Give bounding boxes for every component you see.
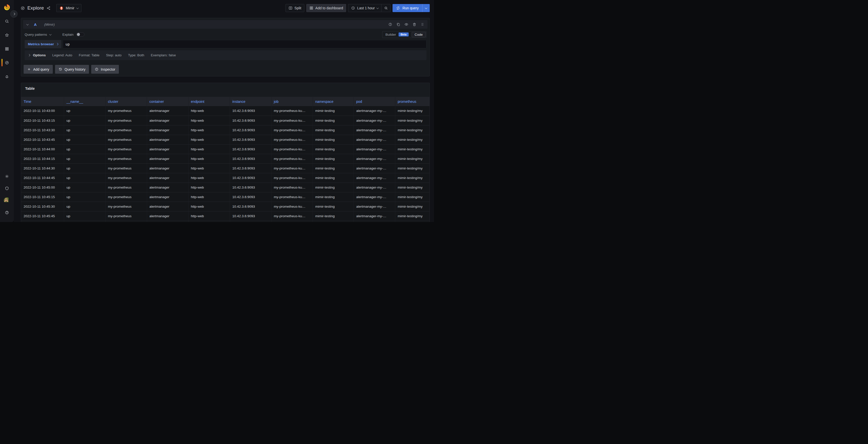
trash-icon[interactable] xyxy=(412,22,416,26)
table-cell: alertmanager xyxy=(147,173,188,182)
table-cell: 2022-10-11 10:45:00 xyxy=(21,182,64,192)
column-header-name[interactable]: __name__ xyxy=(64,97,105,106)
help-circle-icon[interactable] xyxy=(388,22,392,26)
run-query-label: Run query xyxy=(402,6,419,10)
sidebar-item-profile[interactable] xyxy=(0,194,14,206)
table-cell: my-prometheus-ku… xyxy=(271,116,313,125)
promql-query-input[interactable] xyxy=(63,40,427,48)
sidebar-item-dashboards[interactable] xyxy=(0,43,14,55)
table-cell: 2022-10-11 10:43:30 xyxy=(21,125,64,135)
query-toolbar: Query patterns Explain Builder Beta Code xyxy=(25,31,427,38)
sidebar-item-starred[interactable] xyxy=(0,29,14,41)
run-query-dropdown[interactable] xyxy=(422,4,430,12)
info-circle-icon xyxy=(95,67,98,71)
table-cell: my-prometheus xyxy=(105,202,147,211)
table-cell: my-prometheus xyxy=(105,116,147,125)
table-cell: 10.42.3.6:9093 xyxy=(230,125,271,135)
column-header-Time[interactable]: Time xyxy=(21,97,64,106)
sidebar-item-alerting[interactable] xyxy=(0,70,14,83)
column-header-instance[interactable]: instance xyxy=(230,97,271,106)
table-cell: alertmanager xyxy=(147,192,188,202)
table-cell: up xyxy=(64,192,105,202)
split-button[interactable]: Split xyxy=(285,4,304,12)
sidebar-item-explore[interactable] xyxy=(0,57,14,69)
add-query-button[interactable]: Add query xyxy=(24,65,53,74)
table-cell: alertmanager-my-… xyxy=(353,202,395,211)
table-row: 2022-10-11 10:44:15upmy-prometheusalertm… xyxy=(21,154,430,164)
table-cell: my-prometheus xyxy=(105,125,147,135)
table-cell: alertmanager-my-… xyxy=(353,192,395,202)
table-cell: my-prometheus-ku… xyxy=(271,106,313,116)
table-cell: my-prometheus-ku… xyxy=(271,125,313,135)
table-cell: 10.42.3.6:9093 xyxy=(230,106,271,116)
table-row: 2022-10-11 10:44:30upmy-prometheusalertm… xyxy=(21,164,430,173)
topbar: Explore Mimir Split xyxy=(14,0,434,16)
table-cell: 2022-10-11 10:45:45 xyxy=(21,211,64,221)
table-row: 2022-10-11 10:43:00upmy-prometheusalertm… xyxy=(21,106,430,116)
zoom-out-time-button[interactable] xyxy=(381,4,390,12)
sidebar-item-server-admin[interactable] xyxy=(0,182,14,194)
table-cell: my-prometheus-ku… xyxy=(271,202,313,211)
table-cell: alertmanager-my-… xyxy=(353,164,395,173)
query-ref-id[interactable]: A xyxy=(34,22,37,27)
copy-icon[interactable] xyxy=(396,22,400,26)
eye-icon[interactable] xyxy=(404,22,408,26)
table-row: 2022-10-11 10:43:45upmy-prometheusalertm… xyxy=(21,135,430,144)
column-header-job[interactable]: job xyxy=(271,97,313,106)
drag-handle-icon[interactable] xyxy=(421,22,425,26)
column-header-namespace[interactable]: namespace xyxy=(313,97,353,106)
table-cell: 2022-10-11 10:45:30 xyxy=(21,202,64,211)
table-cell: mimir-testing xyxy=(313,116,353,125)
table-cell xyxy=(147,221,188,222)
editor-mode-switch: Builder Beta Code xyxy=(382,31,427,38)
collapse-query-row-button[interactable] xyxy=(26,23,29,26)
sync-icon xyxy=(396,6,400,10)
query-editor-panel: A (Mimir) Query patterns xyxy=(21,18,430,77)
time-range-button[interactable]: Last 1 hour xyxy=(348,4,381,12)
run-query-button[interactable]: Run query xyxy=(393,4,422,12)
table-cell: 10.42.3.6:9093 xyxy=(230,173,271,182)
table-cell: http-web xyxy=(188,106,230,116)
metrics-browser-button[interactable]: Metrics browser xyxy=(25,40,61,48)
column-header-endpoint[interactable]: endpoint xyxy=(188,97,230,106)
builder-mode-option[interactable]: Builder xyxy=(385,33,396,36)
column-header-container[interactable]: container xyxy=(147,97,188,106)
query-history-button[interactable]: Query history xyxy=(55,65,89,74)
column-header-prometheus[interactable]: prometheus xyxy=(395,97,430,106)
table-cell: 2022-10-11 10:43:15 xyxy=(21,116,64,125)
table-cell: up xyxy=(64,125,105,135)
add-to-dashboard-button[interactable]: Add to dashboard xyxy=(306,4,346,12)
table-cell: 2022-10-11 10:44:00 xyxy=(21,144,64,154)
share-icon[interactable] xyxy=(46,6,51,10)
grafana-logo-icon[interactable] xyxy=(3,3,11,11)
metrics-browser-label: Metrics browser xyxy=(28,42,54,46)
table-cell: my-prometheus-ku… xyxy=(271,164,313,173)
table-cell: alertmanager-my-… xyxy=(353,135,395,144)
options-expand-button[interactable]: Options xyxy=(28,53,46,57)
sidebar-expand-button[interactable] xyxy=(10,10,18,18)
gear-icon xyxy=(5,174,9,178)
table-row: 2022-10-11 10:44:45upmy-prometheusalertm… xyxy=(21,173,430,182)
query-datasource-hint: (Mimir) xyxy=(44,23,55,26)
query-patterns-label: Query patterns xyxy=(25,33,47,36)
table-cell: my-prometheus xyxy=(105,144,147,154)
table-cell: mimir-testing/my xyxy=(395,164,430,173)
option-step: Step: auto xyxy=(106,53,122,57)
query-patterns-dropdown[interactable]: Query patterns xyxy=(25,33,51,36)
code-mode-option[interactable]: Code xyxy=(412,32,426,37)
column-header-cluster[interactable]: cluster xyxy=(105,97,147,106)
inspector-button[interactable]: Inspector xyxy=(91,65,119,74)
table-header-row: Time__name__clustercontainerendpointinst… xyxy=(21,97,430,106)
sidebar-item-settings[interactable] xyxy=(0,170,14,182)
explain-toggle[interactable] xyxy=(76,32,85,36)
time-range-label: Last 1 hour xyxy=(357,6,375,10)
dashboards-grid-icon xyxy=(5,47,9,51)
table-cell: alertmanager-my-… xyxy=(353,173,395,182)
table-cell: up xyxy=(64,182,105,192)
column-header-pod[interactable]: pod xyxy=(353,97,395,106)
query-history-label: Query history xyxy=(65,67,86,71)
table-cell: mimir-testing xyxy=(313,144,353,154)
table-cell: mimir-testing xyxy=(313,211,353,221)
sidebar-item-help[interactable] xyxy=(0,206,14,218)
datasource-picker[interactable]: Mimir xyxy=(56,4,82,12)
